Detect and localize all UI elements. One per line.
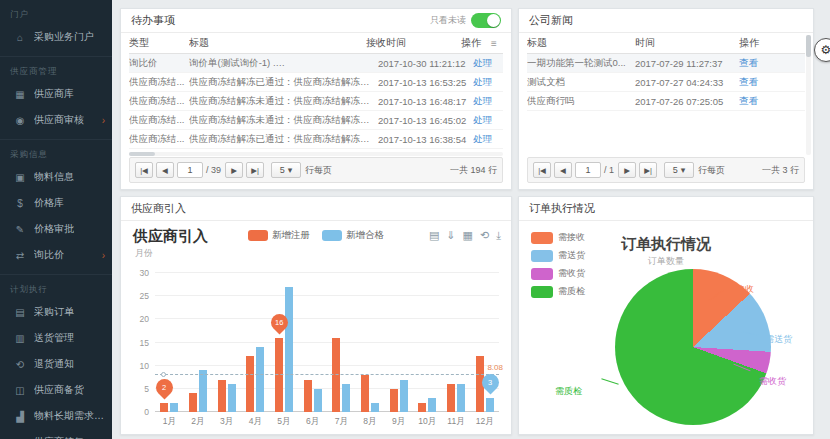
- bar-新增注册[interactable]: [304, 380, 312, 412]
- bar-新增合格[interactable]: [314, 389, 322, 412]
- legend-item-新增合格[interactable]: 新增合格: [322, 229, 384, 242]
- sidebar-item-采购订单[interactable]: ▤采购订单: [0, 299, 112, 325]
- chart-switch-icon[interactable]: ▦: [463, 229, 473, 242]
- handle-link[interactable]: 处理: [473, 114, 492, 125]
- bar-新增合格[interactable]: [285, 287, 293, 412]
- hamburger-menu-icon[interactable]: ≡: [491, 38, 503, 49]
- table-row[interactable]: 测试文档2017-07-27 04:24:33查看: [527, 73, 805, 92]
- bar-新增合格[interactable]: [486, 398, 494, 412]
- sidebar-item-供应商审核[interactable]: ◉供应商审核›: [0, 107, 112, 133]
- handle-link[interactable]: 处理: [473, 133, 492, 144]
- sidebar-item-物料信息[interactable]: ▣物料信息: [0, 164, 112, 190]
- page-number-input[interactable]: 1: [575, 162, 601, 178]
- bar-新增合格[interactable]: [428, 398, 436, 412]
- prev-page-button[interactable]: ◀: [554, 162, 572, 178]
- sidebar-item-label: 询比价: [34, 248, 64, 262]
- table-row[interactable]: 供应商冻结...供应商冻结解冻未通过：供应商冻结解冻201...2017-10-…: [129, 111, 503, 130]
- table-row[interactable]: 供应商冻结...供应商冻结解冻已通过：供应商冻结解冻201...2017-10-…: [129, 73, 503, 92]
- handle-link[interactable]: 处理: [473, 95, 492, 106]
- cart-icon: ⌂: [12, 32, 28, 43]
- sidebar-item-退货通知[interactable]: ⟲退货通知: [0, 351, 112, 377]
- table-row[interactable]: 一期功能第一轮测试0...2017-07-29 11:27:37查看: [527, 54, 805, 73]
- news-vertical-scrollbar[interactable]: [806, 35, 811, 155]
- rows-per-page-select[interactable]: 5 ▾: [664, 162, 694, 178]
- last-page-button[interactable]: ▶|: [246, 162, 264, 178]
- first-page-button[interactable]: |◀: [135, 162, 153, 178]
- sidebar-item-供应商答复[interactable]: ↻供应商答复: [0, 429, 112, 439]
- prev-page-button[interactable]: ◀: [156, 162, 174, 178]
- first-page-button[interactable]: |◀: [533, 162, 551, 178]
- sidebar-item-价格审批[interactable]: ✎价格审批: [0, 216, 112, 242]
- handle-link[interactable]: 处理: [473, 76, 492, 87]
- bar-新增注册[interactable]: [275, 338, 283, 412]
- bar-新增注册[interactable]: [390, 389, 398, 412]
- view-link[interactable]: 查看: [739, 95, 758, 106]
- cell-action: 处理: [473, 133, 503, 146]
- cell-time: 2017-07-29 11:27:37: [635, 58, 739, 69]
- unread-only-toggle[interactable]: [471, 13, 501, 28]
- supplier-panel-title: 供应商引入: [131, 201, 186, 216]
- table-row[interactable]: 供应商行吗2017-07-26 07:25:05查看: [527, 92, 805, 111]
- scroll-thumb[interactable]: [129, 152, 155, 156]
- sidebar-nav: 门户⌂采购业务门户供应商管理▦供应商库◉供应商审核›采购信息▣物料信息$价格库✎…: [0, 0, 112, 439]
- x-axis-tick-label: 5月: [270, 416, 299, 428]
- data-view-icon[interactable]: ▤: [429, 229, 439, 242]
- page-number-input[interactable]: 1: [177, 162, 203, 178]
- bar-新增注册[interactable]: [246, 356, 254, 412]
- sidebar-item-物料长期需求计划[interactable]: ▟物料长期需求计划: [0, 403, 112, 429]
- bar-新增注册[interactable]: [361, 375, 369, 412]
- pie-leader-line: [601, 378, 618, 385]
- bar-新增合格[interactable]: [457, 384, 465, 412]
- bar-新增合格[interactable]: [256, 347, 264, 412]
- legend-item-需收货[interactable]: 需收货: [531, 267, 585, 280]
- legend-label: 新增注册: [272, 229, 310, 242]
- legend-item-需接收[interactable]: 需接收: [531, 231, 585, 244]
- sidebar-item-label: 供应商库: [34, 87, 74, 101]
- news-panel-header: 公司新闻: [519, 9, 813, 33]
- legend-item-需送货[interactable]: 需送货: [531, 249, 585, 262]
- next-page-button[interactable]: ▶: [225, 162, 243, 178]
- bar-新增注册[interactable]: [218, 380, 226, 412]
- rows-per-page-select[interactable]: 5 ▾: [271, 162, 301, 178]
- settings-gear-button[interactable]: ⚙: [814, 38, 830, 62]
- bar-新增合格[interactable]: [170, 403, 178, 412]
- legend-item-需质检[interactable]: 需质检: [531, 285, 585, 298]
- sidebar-item-供应商库[interactable]: ▦供应商库: [0, 81, 112, 107]
- save-image-icon[interactable]: ⤓: [496, 229, 501, 242]
- order-panel-title: 订单执行情况: [529, 201, 595, 216]
- legend-item-新增注册[interactable]: 新增注册: [248, 229, 310, 242]
- table-row[interactable]: 供应商冻结...供应商冻结解冻已通过：供应商冻结解冻201...2017-10-…: [129, 130, 503, 149]
- bar-新增合格[interactable]: [400, 380, 408, 412]
- page-count-label: / 39: [206, 165, 221, 175]
- view-link[interactable]: 查看: [739, 57, 758, 68]
- table-row[interactable]: 询比价询价单(测试询价-1) .2017-10-30 11:21:12处理: [129, 54, 503, 73]
- sidebar-item-询比价[interactable]: ⇄询比价›: [0, 242, 112, 268]
- chevron-right-icon: ›: [102, 250, 105, 261]
- table-row[interactable]: 供应商冻结...供应商冻结解冻未通过：供应商冻结解冻201...2017-10-…: [129, 92, 503, 111]
- bar-新增注册[interactable]: [332, 338, 340, 412]
- bar-新增合格[interactable]: [199, 370, 207, 412]
- sidebar-item-采购业务门户[interactable]: ⌂采购业务门户: [0, 24, 112, 50]
- todo-horizontal-scrollbar[interactable]: [129, 152, 503, 156]
- redacted-block: [363, 97, 378, 105]
- next-page-button[interactable]: ▶: [618, 162, 636, 178]
- restore-icon[interactable]: ⟲: [480, 229, 489, 242]
- handle-link[interactable]: 处理: [473, 57, 492, 68]
- bar-新增合格[interactable]: [228, 384, 236, 412]
- last-page-button[interactable]: ▶|: [639, 162, 657, 178]
- scroll-thumb[interactable]: [806, 35, 811, 57]
- bar-新增注册[interactable]: [447, 384, 455, 412]
- sidebar-item-label: 退货通知: [34, 357, 74, 371]
- bar-新增注册[interactable]: [189, 393, 197, 412]
- bar-新增注册[interactable]: [418, 403, 426, 412]
- download-icon[interactable]: ⇓: [446, 229, 455, 242]
- view-link[interactable]: 查看: [739, 76, 758, 87]
- bar-新增注册[interactable]: [160, 403, 168, 412]
- supplier-audit-icon: ◉: [12, 115, 28, 126]
- sidebar-item-价格库[interactable]: $价格库: [0, 190, 112, 216]
- sidebar-item-供应商备货[interactable]: ◫供应商备货: [0, 377, 112, 403]
- bar-新增合格[interactable]: [342, 384, 350, 412]
- toggle-knob: [487, 14, 500, 27]
- bar-新增合格[interactable]: [371, 403, 379, 412]
- sidebar-item-送货管理[interactable]: ▥送货管理: [0, 325, 112, 351]
